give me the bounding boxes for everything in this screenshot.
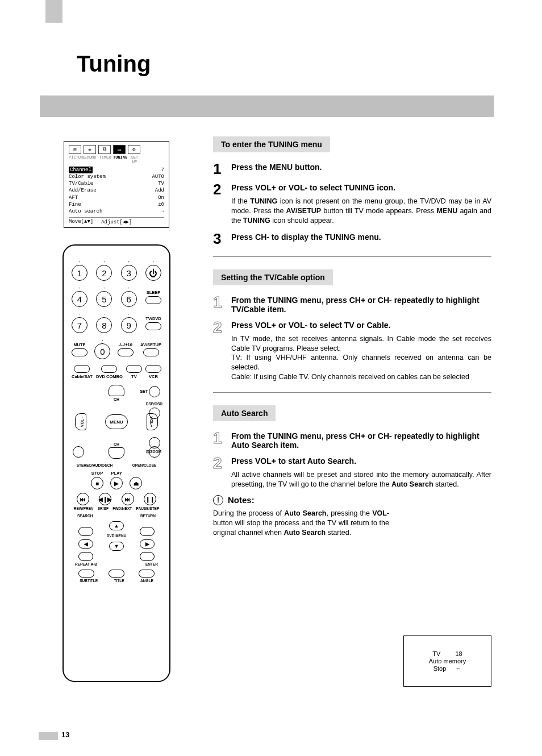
remote-btn-eject[interactable]: ⏏ xyxy=(130,477,142,489)
remote-btn-enter[interactable] xyxy=(140,552,155,561)
remote-btn-sleep[interactable] xyxy=(145,296,161,304)
step-enter-2-body: If the TUNING icon is not present on the… xyxy=(231,197,491,226)
notes-header: Notes: xyxy=(228,495,255,505)
osd-footer-move: Move[▲▼] xyxy=(69,219,93,225)
divider-2 xyxy=(213,392,491,393)
remote-btn-title[interactable] xyxy=(109,570,124,578)
remote-btn-fwdnext[interactable]: ⏭ xyxy=(122,493,134,505)
remote-btn-6[interactable]: 6 xyxy=(121,291,137,307)
remote-btn-tv[interactable] xyxy=(126,365,142,373)
step-auto-2-body: All active channels will be preset and s… xyxy=(231,470,491,489)
remote-btn-avsetup[interactable] xyxy=(143,348,159,356)
osd-row-colorsys: Color systemAUTO xyxy=(69,173,164,180)
section-header-auto: Auto Search xyxy=(213,405,276,421)
osd-row-fine: Fine±0 xyxy=(69,201,164,208)
osd-row-tvcable: TV/CableTV xyxy=(69,180,164,187)
step-tvcable-2: 2 Press VOL+ or VOL- to select TV or Cab… xyxy=(213,319,491,382)
remote-btn-cablesat[interactable] xyxy=(74,365,90,373)
step-tvcable-2-body: In TV mode, the set receives antenna sig… xyxy=(231,334,491,382)
remote-btn-stop[interactable]: ■ xyxy=(91,477,103,489)
remote-btn-openclose[interactable] xyxy=(149,446,160,458)
divider-1 xyxy=(213,256,491,257)
remote-dpad: CH SET VOL− MENU VOL+ DSP/OSD ⊡/ZOOM CH xyxy=(72,385,161,459)
osd-tuning-menu: ⊞❋⧉▭⚙ PICTURE SOUND TIMER TUNING SET UP … xyxy=(64,141,169,228)
remote-btn-stereo[interactable] xyxy=(73,446,84,458)
remote-btn-repeat[interactable] xyxy=(78,552,93,561)
remote-btn-srsf[interactable]: ◀❙▶ xyxy=(99,493,111,505)
content-column: To enter the TUNING menu 1 Press the MEN… xyxy=(213,136,491,537)
remote-btn-vcr[interactable] xyxy=(145,365,161,373)
remote-btn-rewprev[interactable]: ⏮ xyxy=(77,493,89,505)
remote-btn-7[interactable]: 7 xyxy=(72,317,87,333)
remote-btn-menu[interactable]: MENU xyxy=(105,414,128,429)
remote-btn-arrow-left[interactable]: ◀ xyxy=(78,539,93,549)
osd-auto-search-popup: TV18 Auto memory Stop← xyxy=(403,635,491,687)
remote-btn-power[interactable]: ⏻ xyxy=(145,265,161,281)
title-underline-bar xyxy=(40,95,494,117)
remote-btn-return[interactable] xyxy=(140,527,155,536)
step-auto-1: 1 From the TUNING menu, press CH+ or CH-… xyxy=(213,430,491,450)
osd-row-autosearch: Auto search→ xyxy=(69,208,164,215)
remote-btn-arrow-up[interactable]: ▲ xyxy=(109,521,124,530)
remote-btn-search[interactable] xyxy=(78,527,93,536)
step-enter-2: 2 Press VOL+ or VOL- to select TUNING ic… xyxy=(213,182,491,226)
remote-btn-ch-down[interactable] xyxy=(109,447,124,459)
osd-row-channel: Channel7 xyxy=(69,167,164,173)
remote-btn-angle[interactable] xyxy=(139,570,155,578)
section-header-tvcable: Setting the TV/Cable option xyxy=(213,269,333,285)
page-side-tab xyxy=(45,0,62,23)
step-enter-1: 1 Press the MENU button. xyxy=(213,161,491,176)
osd-footer-adjust: Adjust[◀▶] xyxy=(101,219,132,225)
remote-btn-2[interactable]: 2 xyxy=(96,265,112,281)
remote-btn-play[interactable]: ▶ xyxy=(110,477,123,489)
section-header-enter: To enter the TUNING menu xyxy=(213,136,330,152)
remote-btn-pausestep[interactable]: ❙❙ xyxy=(144,493,156,505)
remote-arrow-pad: ▲ ◀ ▶ DVD MENU ▼ xyxy=(72,521,161,562)
remote-btn-1[interactable]: 1 xyxy=(72,265,87,281)
remote-btn-set[interactable] xyxy=(149,386,160,397)
page-title: Tuning xyxy=(77,51,151,77)
remote-btn-0[interactable]: 0 xyxy=(94,343,110,359)
remote-btn-dsposd[interactable] xyxy=(149,408,160,419)
osd-row-aft: AFTOn xyxy=(69,194,164,201)
remote-btn-ch-up[interactable] xyxy=(109,385,124,396)
remote-btn-plus10[interactable] xyxy=(118,348,134,356)
remote-btn-arrow-down[interactable]: ▼ xyxy=(109,542,124,551)
remote-control: ·1 ·2 ·3 ·⏻ ·4 ·5 ·6 SLEEP ·7 ·8 ·9 TV/D… xyxy=(62,244,170,682)
step-tvcable-1: 1 From the TUNING menu, press CH+ or CH-… xyxy=(213,294,491,314)
remote-btn-5[interactable]: 5 xyxy=(96,291,112,307)
step-auto-2: 2 Press VOL+ to start Auto Search. All a… xyxy=(213,455,491,489)
notes-body: During the process of Auto Search, press… xyxy=(213,509,389,538)
remote-btn-dvdcombo[interactable] xyxy=(101,365,117,373)
remote-btn-9[interactable]: 9 xyxy=(121,317,137,333)
remote-btn-arrow-right[interactable]: ▶ xyxy=(140,539,155,549)
remote-btn-mute[interactable] xyxy=(72,348,87,356)
page-number: 13 xyxy=(61,730,69,739)
remote-btn-subtitle[interactable] xyxy=(78,570,94,578)
osd-row-adderase: Add/EraseAdd xyxy=(69,187,164,194)
step-enter-3: 3 Press CH- to display the TUNING menu. xyxy=(213,231,491,246)
remote-btn-tvdvd[interactable] xyxy=(145,322,161,330)
page-number-bar xyxy=(39,732,58,740)
notes-icon: ! xyxy=(213,495,223,505)
remote-btn-8[interactable]: 8 xyxy=(96,317,112,333)
remote-btn-4[interactable]: 4 xyxy=(72,291,87,307)
remote-btn-3[interactable]: 3 xyxy=(121,265,137,281)
